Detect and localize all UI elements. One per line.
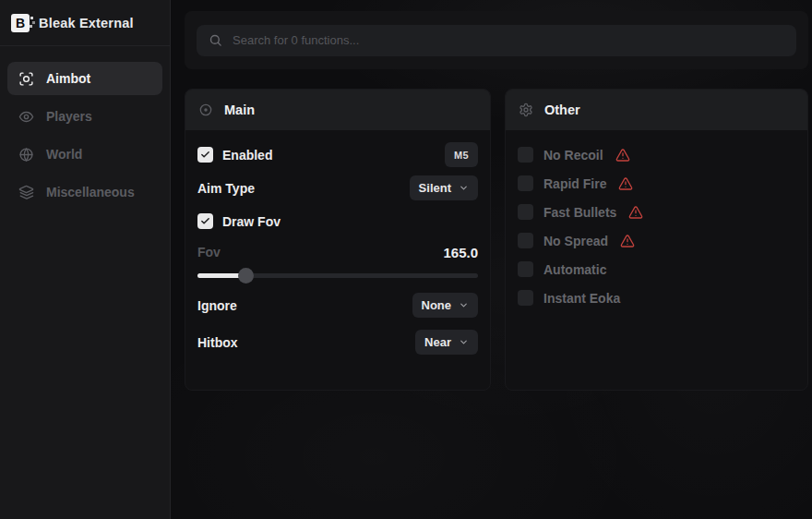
sidebar-item-label: Aimbot xyxy=(46,71,90,86)
fov-value: 165.0 xyxy=(443,245,478,260)
sidebar-item-label: World xyxy=(46,147,82,162)
fov-label: Fov xyxy=(197,245,221,260)
ignore-value: None xyxy=(422,298,452,312)
aim-type-value: Silent xyxy=(419,181,451,195)
app-title: Bleak External xyxy=(39,16,134,30)
other-panel: Other No Recoil Rapid Fire Fast Bullets xyxy=(505,89,808,391)
automatic-label: Automatic xyxy=(543,262,606,277)
no-spread-checkbox[interactable] xyxy=(518,233,533,248)
sidebar-item-players[interactable]: Players xyxy=(7,100,162,133)
brand: B Bleak External xyxy=(0,0,170,46)
fov-slider-thumb[interactable] xyxy=(238,268,254,284)
other-row-no-spread: No Spread xyxy=(518,228,795,253)
globe-icon xyxy=(18,147,34,163)
main-panel: Main Enabled M5 Aim Type Silent xyxy=(185,89,491,391)
sidebar: B Bleak External Aimbot Players World M xyxy=(0,0,171,519)
other-row-no-recoil: No Recoil xyxy=(518,142,795,167)
fov-row: Fov 165.0 xyxy=(197,242,478,262)
layers-icon xyxy=(18,185,34,200)
aim-type-row: Aim Type Silent xyxy=(197,175,478,200)
warning-triangle-icon xyxy=(615,148,630,163)
ignore-dropdown[interactable]: None xyxy=(412,293,479,318)
eye-icon xyxy=(18,109,34,125)
focus-icon xyxy=(18,71,34,87)
main-panel-header: Main xyxy=(185,90,490,130)
warning-triangle-icon xyxy=(628,205,643,220)
chevron-down-icon xyxy=(459,300,469,310)
search-input[interactable] xyxy=(233,33,784,47)
fov-slider[interactable] xyxy=(197,268,478,284)
sidebar-nav: Aimbot Players World Miscellaneous xyxy=(0,46,170,224)
no-recoil-label: No Recoil xyxy=(543,148,603,163)
sidebar-item-miscellaneous[interactable]: Miscellaneous xyxy=(7,175,162,209)
hitbox-label: Hitbox xyxy=(197,335,238,350)
target-icon xyxy=(198,103,213,117)
warning-triangle-icon xyxy=(618,176,633,191)
warning-triangle-icon xyxy=(620,234,635,248)
fast-bullets-label: Fast Bullets xyxy=(543,205,616,220)
ignore-label: Ignore xyxy=(197,298,237,313)
search-box[interactable] xyxy=(197,25,796,56)
hitbox-value: Near xyxy=(424,335,451,349)
chevron-down-icon xyxy=(459,337,469,347)
no-spread-label: No Spread xyxy=(543,234,608,248)
other-row-instant-eoka: Instant Eoka xyxy=(518,285,795,310)
search-icon xyxy=(209,33,222,47)
chevron-down-icon xyxy=(459,183,469,193)
sidebar-item-aimbot[interactable]: Aimbot xyxy=(7,62,162,95)
draw-fov-checkbox[interactable] xyxy=(197,213,213,229)
enabled-row: Enabled M5 xyxy=(197,142,478,167)
enabled-checkbox[interactable] xyxy=(197,147,213,163)
sidebar-item-label: Miscellaneous xyxy=(46,185,135,199)
main-panel-body: Enabled M5 Aim Type Silent Draw Fov Fov xyxy=(185,130,490,367)
draw-fov-label: Draw Fov xyxy=(222,214,281,229)
enabled-keybind-button[interactable]: M5 xyxy=(445,142,478,167)
sidebar-item-label: Players xyxy=(46,109,92,124)
instant-eoka-label: Instant Eoka xyxy=(543,291,620,306)
other-panel-body: No Recoil Rapid Fire Fast Bullets No Spr… xyxy=(506,130,807,326)
other-row-rapid-fire: Rapid Fire xyxy=(518,171,795,196)
main-panel-title: Main xyxy=(224,103,255,117)
draw-fov-row: Draw Fov xyxy=(197,209,478,234)
other-panel-title: Other xyxy=(544,103,580,117)
hitbox-dropdown[interactable]: Near xyxy=(415,330,478,355)
ignore-row: Ignore None xyxy=(197,293,478,318)
fast-bullets-checkbox[interactable] xyxy=(518,204,533,220)
automatic-checkbox[interactable] xyxy=(518,261,533,277)
enabled-label: Enabled xyxy=(222,148,272,163)
rapid-fire-label: Rapid Fire xyxy=(543,176,606,191)
rapid-fire-checkbox[interactable] xyxy=(518,175,533,191)
other-panel-header: Other xyxy=(506,90,807,130)
instant-eoka-checkbox[interactable] xyxy=(518,290,533,306)
hitbox-row: Hitbox Near xyxy=(197,330,478,355)
other-row-fast-bullets: Fast Bullets xyxy=(518,199,795,224)
sidebar-item-world[interactable]: World xyxy=(7,138,162,171)
other-row-automatic: Automatic xyxy=(518,257,795,282)
gear-icon xyxy=(519,103,533,117)
app-logo-icon: B xyxy=(11,14,30,32)
search-panel xyxy=(185,11,808,69)
aim-type-dropdown[interactable]: Silent xyxy=(410,175,478,200)
aim-type-label: Aim Type xyxy=(197,181,255,196)
no-recoil-checkbox[interactable] xyxy=(518,147,533,163)
